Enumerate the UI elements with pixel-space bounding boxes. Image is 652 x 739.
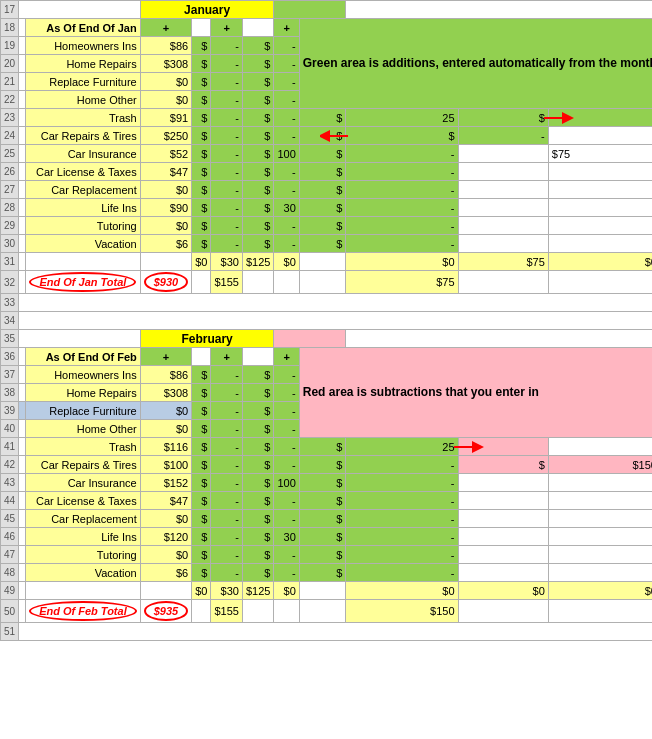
green-30-3[interactable]: $ xyxy=(242,235,273,253)
green-30-6[interactable]: - xyxy=(346,235,458,253)
green-27-1[interactable]: $ xyxy=(192,181,211,199)
green-27-4[interactable]: - xyxy=(274,181,299,199)
green-23-2[interactable]: - xyxy=(211,109,242,127)
green-30-1[interactable]: $ xyxy=(192,235,211,253)
green-25-2[interactable]: - xyxy=(211,145,242,163)
green-20-4[interactable]: - xyxy=(274,55,299,73)
green-43-4[interactable]: 100 xyxy=(274,474,299,492)
green-28-6[interactable]: - xyxy=(346,199,458,217)
green-45-3[interactable]: $ xyxy=(242,510,273,528)
green-40-1[interactable]: $ xyxy=(192,420,211,438)
green-43-5[interactable]: $ xyxy=(299,474,346,492)
green-42-4[interactable]: - xyxy=(274,456,299,474)
green-40-3[interactable]: $ xyxy=(242,420,273,438)
green-38-4[interactable]: - xyxy=(274,384,299,402)
green-19-2[interactable]: - xyxy=(211,37,242,55)
pink-42-150[interactable]: $150 xyxy=(548,456,652,474)
green-26-5[interactable]: $ xyxy=(299,163,346,181)
green-42-5[interactable]: $ xyxy=(299,456,346,474)
green-45-5[interactable]: $ xyxy=(299,510,346,528)
green-20-3[interactable]: $ xyxy=(242,55,273,73)
green-24-4[interactable]: - xyxy=(274,127,299,145)
green-44-3[interactable]: $ xyxy=(242,492,273,510)
green-47-1[interactable]: $ xyxy=(192,546,211,564)
green-30-5[interactable]: $ xyxy=(299,235,346,253)
green-26-2[interactable]: - xyxy=(211,163,242,181)
green-45-4[interactable]: - xyxy=(274,510,299,528)
green-21-1[interactable]: $ xyxy=(192,73,211,91)
green-22-1[interactable]: $ xyxy=(192,91,211,109)
green-26-1[interactable]: $ xyxy=(192,163,211,181)
green-23-7[interactable]: $ xyxy=(458,109,548,127)
green-48-2[interactable]: - xyxy=(211,564,242,582)
green-39-2[interactable]: - xyxy=(211,402,242,420)
green-22-2[interactable]: - xyxy=(211,91,242,109)
green-46-5[interactable]: $ xyxy=(299,528,346,546)
green-25-6[interactable]: - xyxy=(346,145,458,163)
green-39-4[interactable]: - xyxy=(274,402,299,420)
green-28-5[interactable]: $ xyxy=(299,199,346,217)
green-24-2[interactable]: - xyxy=(211,127,242,145)
green-42-3[interactable]: $ xyxy=(242,456,273,474)
green-40-2[interactable]: - xyxy=(211,420,242,438)
green-47-4[interactable]: - xyxy=(274,546,299,564)
green-41-5[interactable]: $ xyxy=(299,438,346,456)
green-47-3[interactable]: $ xyxy=(242,546,273,564)
green-45-2[interactable]: - xyxy=(211,510,242,528)
green-44-5[interactable]: $ xyxy=(299,492,346,510)
green-20-1[interactable]: $ xyxy=(192,55,211,73)
green-28-1[interactable]: $ xyxy=(192,199,211,217)
green-30-4[interactable]: - xyxy=(274,235,299,253)
green-26-6[interactable]: - xyxy=(346,163,458,181)
green-39-1[interactable]: $ xyxy=(192,402,211,420)
green-45-6[interactable]: - xyxy=(346,510,458,528)
green-46-3[interactable]: $ xyxy=(242,528,273,546)
green-28-2[interactable]: - xyxy=(211,199,242,217)
green-47-5[interactable]: $ xyxy=(299,546,346,564)
green-21-2[interactable]: - xyxy=(211,73,242,91)
green-46-4[interactable]: 30 xyxy=(274,528,299,546)
green-41-2[interactable]: - xyxy=(211,438,242,456)
green-47-6[interactable]: - xyxy=(346,546,458,564)
green-20-2[interactable]: - xyxy=(211,55,242,73)
green-43-1[interactable]: $ xyxy=(192,474,211,492)
green-37-3[interactable]: $ xyxy=(242,366,273,384)
green-38-3[interactable]: $ xyxy=(242,384,273,402)
green-19-4[interactable]: - xyxy=(274,37,299,55)
green-21-3[interactable]: $ xyxy=(242,73,273,91)
green-23-6[interactable]: 25 xyxy=(346,109,458,127)
green-28-4[interactable]: 30 xyxy=(274,199,299,217)
pink-42-1[interactable]: $ xyxy=(458,456,548,474)
green-30-2[interactable]: - xyxy=(211,235,242,253)
green-23-1[interactable]: $ xyxy=(192,109,211,127)
green-40-4[interactable]: - xyxy=(274,420,299,438)
green-25-1[interactable]: $ xyxy=(192,145,211,163)
green-24-5[interactable]: $ xyxy=(299,127,346,145)
green-37-1[interactable]: $ xyxy=(192,366,211,384)
green-41-1[interactable]: $ xyxy=(192,438,211,456)
green-48-3[interactable]: $ xyxy=(242,564,273,582)
green-38-2[interactable]: - xyxy=(211,384,242,402)
green-43-2[interactable]: - xyxy=(211,474,242,492)
green-42-6[interactable]: - xyxy=(346,456,458,474)
green-23-5[interactable]: $ xyxy=(299,109,346,127)
green-21-4[interactable]: - xyxy=(274,73,299,91)
green-44-4[interactable]: - xyxy=(274,492,299,510)
green-29-1[interactable]: $ xyxy=(192,217,211,235)
green-28-3[interactable]: $ xyxy=(242,199,273,217)
green-29-3[interactable]: $ xyxy=(242,217,273,235)
green-46-1[interactable]: $ xyxy=(192,528,211,546)
green-44-2[interactable]: - xyxy=(211,492,242,510)
green-27-6[interactable]: - xyxy=(346,181,458,199)
green-43-3[interactable]: $ xyxy=(242,474,273,492)
green-48-1[interactable]: $ xyxy=(192,564,211,582)
green-46-6[interactable]: - xyxy=(346,528,458,546)
green-25-4[interactable]: 100 xyxy=(274,145,299,163)
green-42-2[interactable]: - xyxy=(211,456,242,474)
green-38-1[interactable]: $ xyxy=(192,384,211,402)
green-19-3[interactable]: $ xyxy=(242,37,273,55)
green-27-5[interactable]: $ xyxy=(299,181,346,199)
green-44-1[interactable]: $ xyxy=(192,492,211,510)
green-48-4[interactable]: - xyxy=(274,564,299,582)
green-41-3[interactable]: $ xyxy=(242,438,273,456)
